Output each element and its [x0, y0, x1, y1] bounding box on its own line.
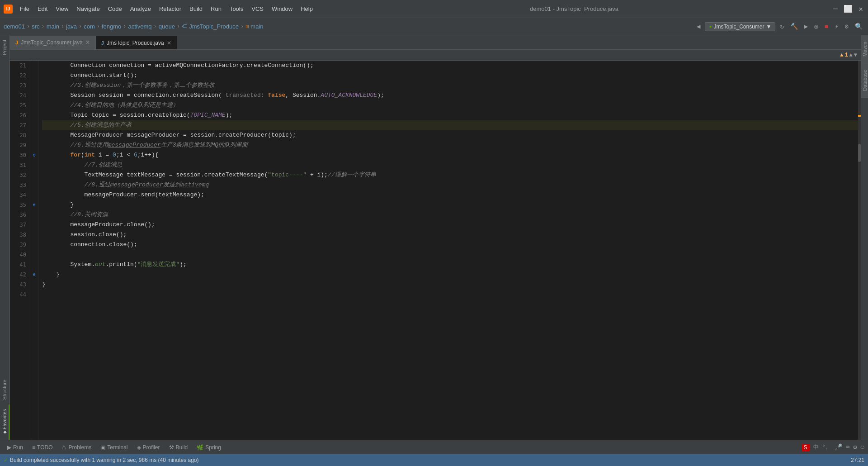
menu-vcs[interactable]: VCS [248, 4, 267, 14]
code-line-44 [42, 290, 858, 300]
search-button[interactable]: 🔍 [853, 22, 864, 31]
breadcrumb-com[interactable]: com [84, 23, 95, 30]
main-layout: Project Structure ★Favorites J JmsTopic_… [0, 35, 868, 440]
todo-label: TODO [37, 444, 52, 451]
refresh-button[interactable]: ↻ [778, 22, 785, 31]
tab-label-produce: JmsTopic_Produce.java [107, 40, 164, 46]
warning-nav-down[interactable]: ▼ [854, 52, 857, 58]
code-line-24: Session session = connection.createSessi… [42, 90, 858, 100]
terminal-label: Terminal [107, 444, 127, 451]
breadcrumb-class[interactable]: JmsTopic_Produce [189, 23, 239, 30]
terminal-icon: ▣ [100, 444, 105, 451]
menu-file[interactable]: File [16, 4, 33, 14]
menu-window[interactable]: Window [268, 4, 296, 14]
warning-bar: ▲ 1 ▲ ▼ [10, 50, 861, 61]
database-panel-tab[interactable]: Database [861, 63, 868, 98]
line-num-38: 38 [14, 230, 26, 240]
code-line-23: //3.创建session，第一个参数事务，第二个参数签收 [42, 81, 858, 90]
maven-panel-tab[interactable]: Maven [861, 35, 868, 63]
menu-edit[interactable]: Edit [34, 4, 51, 14]
spring-tab[interactable]: 🌿 Spring [193, 442, 225, 452]
breadcrumb-queue[interactable]: queue [159, 23, 175, 30]
warning-nav-up[interactable]: ▲ [849, 52, 853, 58]
tab-produce[interactable]: J JmsTopic_Produce.java ✕ [96, 36, 177, 49]
profile-button[interactable]: ⚡ [833, 22, 840, 31]
bottom-bar: ▶ Run ≡ TODO ⚠ Problems ▣ Terminal ◈ Pro… [0, 440, 868, 454]
nav-back-button[interactable]: ◀ [695, 22, 702, 31]
tab-close-consumer[interactable]: ✕ [85, 39, 90, 46]
breadcrumb-fengmo[interactable]: fengmo [102, 23, 121, 30]
code-line-27: //5.创建消息的生产者 [42, 120, 858, 130]
tab-icon-consumer: J [15, 40, 18, 45]
restore-button[interactable]: ⬜ [844, 5, 852, 13]
code-content[interactable]: Connection connection = activeMQConnecti… [38, 61, 858, 440]
line-num-25: 25 [14, 100, 26, 110]
profiler-tab[interactable]: ◈ Profiler [133, 442, 164, 452]
code-line-28: MessageProducer messageProducer = sessio… [42, 130, 858, 140]
run-config-dropdown[interactable]: ● JmsTopic_Consumer ▼ [705, 22, 775, 31]
warning-icon: ▲ [840, 52, 843, 58]
menu-build[interactable]: Build [186, 4, 206, 14]
tab-close-produce[interactable]: ✕ [167, 40, 171, 46]
menu-view[interactable]: View [52, 4, 72, 14]
favorites-panel-tab[interactable]: ★Favorites [0, 404, 9, 440]
terminal-tab[interactable]: ▣ Terminal [97, 442, 131, 452]
menu-help[interactable]: Help [297, 4, 316, 14]
menu-code[interactable]: Code [104, 4, 126, 14]
line-numbers: 21 22 23 24 25 26 27 28 29 30 31 32 33 3… [10, 61, 30, 440]
menu-navigate[interactable]: Navigate [73, 4, 103, 14]
breadcrumb-method[interactable]: main [250, 23, 263, 30]
nav-right: ◀ ● JmsTopic_Consumer ▼ ↻ 🔨 ▶ ◎ ■ ⚡ ⚙ 🔍 [695, 22, 864, 31]
breadcrumb-main[interactable]: main [47, 23, 59, 30]
problems-tab[interactable]: ⚠ Problems [58, 442, 95, 452]
nav-bar: demo01 › src › main › java › com › fengm… [0, 18, 868, 35]
line-num-31: 31 [14, 160, 26, 170]
project-panel-tab[interactable]: Project [0, 35, 9, 60]
run-tab[interactable]: ▶ Run [4, 442, 27, 452]
debug-button[interactable]: ▶ [802, 22, 810, 31]
structure-panel-tab[interactable]: Structure [0, 375, 9, 404]
ime-mode: 中 [813, 443, 819, 451]
status-text: Build completed successfully with 1 warn… [10, 457, 199, 463]
left-vertical-tabs: Project Structure ★Favorites [0, 35, 10, 440]
coverage-button[interactable]: ◎ [812, 22, 820, 31]
code-editor[interactable]: 21 22 23 24 25 26 27 28 29 30 31 32 33 3… [10, 61, 861, 440]
problems-icon: ⚠ [61, 444, 66, 451]
tab-consumer[interactable]: J JmsTopic_Consumer.java ✕ [10, 36, 96, 49]
breadcrumb-src[interactable]: src [32, 23, 39, 30]
line-num-37: 37 [14, 220, 26, 230]
gutter: ⊖ ⊖ ⊖ [30, 61, 38, 440]
line-num-44: 44 [14, 290, 26, 300]
settings-button[interactable]: ⚙ [843, 22, 850, 31]
menu-run[interactable]: Run [207, 4, 225, 14]
line-num-26: 26 [14, 110, 26, 120]
gutter-fold-42[interactable]: ⊖ [33, 272, 35, 277]
tab-label-consumer: JmsTopic_Consumer.java [21, 39, 83, 46]
breadcrumb-activemq[interactable]: activemq [128, 23, 152, 30]
stop-button[interactable]: ■ [823, 22, 830, 31]
code-line-31: //7.创建消息 [42, 160, 858, 170]
window-title: demo01 - JmsTopic_Produce.java [530, 5, 618, 12]
emoji-icon: ☺ [861, 444, 864, 451]
todo-tab[interactable]: ≡ TODO [28, 442, 56, 452]
line-num-32: 32 [14, 170, 26, 180]
breadcrumb-java[interactable]: java [66, 23, 77, 30]
menu-refactor[interactable]: Refactor [156, 4, 185, 14]
build-button[interactable]: 🔨 [788, 22, 800, 31]
menu-analyze[interactable]: Analyze [127, 4, 155, 14]
code-line-34: messageProducer.send(textMessage); [42, 190, 858, 200]
line-num-24: 24 [14, 90, 26, 100]
code-line-41: System.out.println("消息发送完成"); [42, 260, 858, 270]
gutter-fold-30[interactable]: ⊖ [33, 152, 35, 158]
line-num-35: 35 [14, 200, 26, 210]
code-line-32: TextMessage textMessage = session.create… [42, 170, 858, 180]
minimize-button[interactable]: — [832, 5, 839, 13]
line-num-41: 41 [14, 260, 26, 270]
gutter-fold-35[interactable]: ⊖ [33, 202, 35, 208]
line-num-28: 28 [14, 130, 26, 140]
close-button[interactable]: ✕ [857, 5, 864, 13]
app-logo: IJ [4, 5, 13, 14]
menu-tools[interactable]: Tools [226, 4, 247, 14]
build-tab[interactable]: ⚒ Build [165, 442, 192, 452]
breadcrumb-demo01[interactable]: demo01 [4, 23, 25, 30]
